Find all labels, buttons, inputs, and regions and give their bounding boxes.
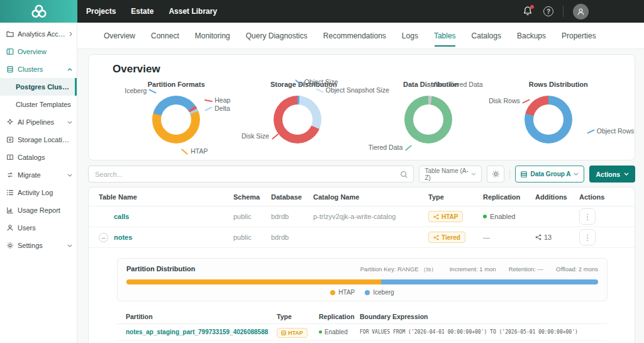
tab-tables[interactable]: Tables	[434, 31, 456, 40]
tab-properties[interactable]: Properties	[562, 31, 596, 40]
partition-row: notes_ap_staging_part_799733159_40260885…	[117, 324, 608, 340]
activity-log-icon	[6, 189, 14, 196]
col-replication[interactable]: Replication	[483, 193, 535, 201]
tab-overview[interactable]: Overview	[104, 31, 135, 40]
trefoil-logo-icon	[30, 4, 48, 19]
table-settings-button[interactable]	[487, 166, 504, 183]
search-input[interactable]	[88, 166, 414, 183]
partition-row: notes_ap_staging_part_567656860_79973315…	[117, 340, 608, 343]
sidebar-item-users[interactable]: Users	[0, 219, 77, 237]
help-button[interactable]: ?	[543, 6, 553, 16]
top-bar: Projects Estate Asset Library ?	[0, 0, 644, 23]
toolbar-divider	[509, 169, 510, 179]
replication-status: —	[483, 233, 535, 241]
gear-icon	[492, 170, 500, 178]
notes-expanded-section: Partition Distribution Partition Key: RA…	[89, 248, 635, 343]
col-boundary-expression[interactable]: Boundary Expression	[360, 313, 608, 320]
sidebar-item-cluster-templates[interactable]: Cluster Templates	[0, 96, 77, 113]
tab-bar: Overview Connect Monitoring Query Diagno…	[77, 23, 644, 49]
sidebar-item-migrate[interactable]: Migrate	[0, 166, 77, 184]
notifications-button[interactable]	[523, 6, 534, 17]
partition-table: Partition Type Replication Boundary Expr…	[117, 309, 608, 343]
legend-htap: HTAP	[330, 289, 355, 296]
share-icon	[433, 214, 439, 220]
brand-logo[interactable]	[0, 0, 77, 23]
partition-link[interactable]: notes_ap_staging_part_799733159_40260885…	[126, 329, 277, 335]
share-icon	[535, 234, 541, 240]
tab-query-diagnostics[interactable]: Query Diagnostics	[246, 31, 308, 40]
sidebar-item-activity-log[interactable]: Activity Log	[0, 184, 77, 201]
table-link-calls[interactable]: calls	[114, 213, 233, 220]
table-icon	[281, 330, 286, 335]
table-link-notes[interactable]: notes	[114, 233, 233, 241]
partition-bar-legend: HTAP Iceberg	[126, 289, 598, 296]
tab-logs[interactable]: Logs	[402, 31, 418, 40]
leader-line	[316, 89, 324, 93]
folder-icon	[6, 30, 14, 38]
meta-offload: Offload: 2 mons	[556, 266, 598, 274]
col-type[interactable]: Type	[428, 193, 483, 201]
sidebar-item-catalogs[interactable]: Catalogs	[0, 149, 77, 166]
sidebar-label: Migrate	[18, 171, 64, 179]
sidebar-item-usage-report[interactable]: Usage Report	[0, 201, 77, 219]
type-badge-tiered: Tiered	[428, 232, 465, 243]
col-partition[interactable]: Partition	[126, 313, 277, 320]
col-schema[interactable]: Schema	[233, 193, 271, 201]
table-row-calls: calls public bdrdb p-trlzyv2qjk-a-write-…	[89, 206, 635, 227]
leader-line	[587, 130, 595, 134]
sidebar-item-storage-locations[interactable]: Storage Locations	[0, 131, 77, 149]
cell-catalog: p-trlzyv2qjk-a-write-catalog	[313, 213, 428, 220]
tab-recommendations[interactable]: Recommendations	[323, 31, 386, 40]
nav-estate[interactable]: Estate	[131, 7, 153, 16]
overview-icon	[6, 48, 14, 55]
help-icon: ?	[547, 8, 550, 15]
sidebar-label: Cluster Templates	[16, 101, 72, 108]
user-avatar[interactable]	[573, 4, 589, 20]
tab-catalogs[interactable]: Catalogs	[472, 31, 501, 40]
label-tiered-data: Tiered Data	[369, 143, 414, 151]
leader-line	[181, 149, 188, 155]
donut-data-distribution[interactable]	[404, 96, 452, 143]
col-database[interactable]: Database	[271, 193, 313, 201]
row-actions-button[interactable]: ⋮	[579, 208, 596, 225]
sort-select[interactable]: Table Name (A-Z)	[419, 166, 482, 183]
status-dot	[483, 215, 487, 218]
label-disk-size: Disk Size	[242, 132, 281, 140]
nav-asset-library[interactable]: Asset Library	[169, 7, 217, 16]
sidebar-item-postgres-clusters[interactable]: Postgres Clusters	[0, 78, 77, 96]
main-area: Overview Connect Monitoring Query Diagno…	[77, 23, 644, 343]
meta-partition-key: Partition Key: RANGE （ts）	[360, 266, 437, 274]
search-wrap	[88, 166, 414, 183]
sidebar-item-clusters[interactable]: Clusters	[0, 60, 77, 78]
col-actions[interactable]: Actions	[579, 193, 635, 201]
col-type[interactable]: Type	[277, 313, 319, 320]
overview-card: Overview Partition Formats Iceberg Heap …	[88, 54, 635, 160]
col-catalog-name[interactable]: Catalog Name	[313, 193, 428, 201]
col-replication[interactable]: Replication	[319, 313, 360, 320]
sidebar-item-settings[interactable]: Settings	[0, 237, 77, 254]
data-group-button[interactable]: Data Group A	[515, 166, 584, 183]
actions-button[interactable]: Actions	[589, 166, 635, 183]
chevron-down-icon	[624, 172, 629, 176]
col-table-name[interactable]: Table Name	[89, 193, 233, 201]
tab-monitoring[interactable]: Monitoring	[195, 31, 230, 40]
donut-partition-formats[interactable]	[152, 96, 200, 143]
legend-dot	[365, 290, 370, 295]
collapse-row-button[interactable]: –	[99, 233, 108, 242]
sidebar-label: Users	[18, 224, 72, 232]
partition-distribution-bar[interactable]	[126, 279, 598, 284]
sidebar-item-analytics-accelerator[interactable]: Analytics Accelerator...	[0, 25, 77, 43]
chevron-up-icon	[67, 68, 72, 71]
clusters-icon	[6, 65, 14, 73]
tab-connect[interactable]: Connect	[151, 31, 179, 40]
row-actions-button[interactable]: ⋮	[579, 229, 596, 245]
tab-backups[interactable]: Backups	[517, 31, 546, 40]
nav-projects[interactable]: Projects	[86, 7, 116, 16]
sidebar-item-ai-pipelines[interactable]: AI Pipelines	[0, 113, 77, 131]
col-additions[interactable]: Additions	[535, 193, 579, 201]
chart-rows-distribution: Rows Distribution Disk Rows Object Rows	[495, 77, 623, 159]
label-object-rows: Object Rows	[585, 127, 635, 135]
sidebar: Analytics Accelerator... Overview Cluste…	[0, 23, 77, 343]
sidebar-item-overview[interactable]: Overview	[0, 43, 77, 60]
cell-database: bdrdb	[271, 213, 313, 220]
